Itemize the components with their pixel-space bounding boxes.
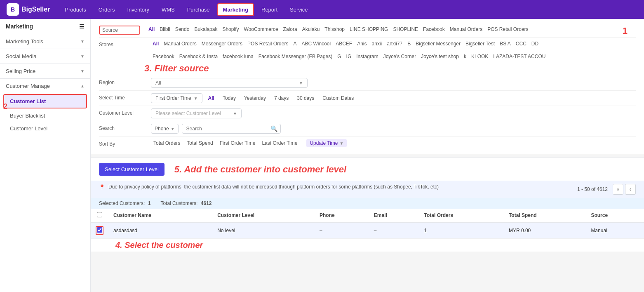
select-time-dropdown[interactable]: First Order Time ▼ (151, 93, 202, 103)
store-tag-abcef[interactable]: ABCEF (334, 40, 354, 47)
source-extra-tag-klook[interactable]: KLOOK (470, 53, 490, 60)
nav-item-marketing[interactable]: Marketing (217, 3, 254, 16)
select-customer-level-button[interactable]: Select Customer Level (99, 163, 165, 176)
sidebar-section-social-media-header[interactable]: Social Media ▼ (0, 49, 90, 64)
nav-item-service[interactable]: Service (285, 4, 313, 15)
store-tag-abc-wincool[interactable]: ABC Wincool (300, 40, 332, 47)
time-options: AllTodayYesterday7 days30 daysCustom Dat… (206, 94, 357, 102)
sort-option-last-order-time[interactable]: Last Order Time (259, 139, 300, 147)
annotation-1: 1 (623, 26, 628, 36)
social-media-label: Social Media (6, 53, 36, 59)
sidebar-item-buyer-blacklist[interactable]: Buyer Blacklist (0, 109, 90, 122)
store-tag-manual-orders[interactable]: Manual Orders (162, 40, 198, 47)
nav-item-report[interactable]: Report (256, 4, 282, 15)
time-option-30-days[interactable]: 30 days (294, 94, 317, 102)
source-tag-blibli[interactable]: Blibli (158, 26, 172, 33)
source-tag-bukalapak[interactable]: Bukalapak (193, 26, 219, 33)
store-tag-all[interactable]: All (151, 40, 160, 47)
select-all-checkbox[interactable] (97, 212, 102, 217)
sidebar-item-customer-level[interactable]: Customer Level (0, 122, 90, 135)
customer-manage-chevron: ▲ (80, 84, 85, 88)
store-tag-ccc[interactable]: CCC (514, 40, 528, 47)
sidebar-header: Marketing ☰ (0, 19, 90, 34)
nav-item-orders[interactable]: Orders (94, 4, 120, 15)
sort-update-time[interactable]: Update Time ▼ (306, 139, 347, 147)
store-tag-bigseller-test[interactable]: Bigseller Test (464, 40, 496, 47)
pagination-prev-btn[interactable]: ‹ (625, 184, 636, 195)
source-tag-thisshop[interactable]: Thisshop (323, 26, 346, 33)
annotation-2: 2 (3, 102, 7, 111)
col-phone: Phone (315, 209, 369, 222)
source-tag-facebook[interactable]: Facebook (421, 26, 447, 33)
source-tag-all[interactable]: All (147, 26, 156, 33)
store-tag-bs-a[interactable]: BS A (498, 40, 512, 47)
source-tag-woocommerce[interactable]: WooCommerce (242, 26, 280, 33)
sidebar-section-selling-price: Selling Price ▼ (0, 64, 90, 79)
source-extra-tag-g[interactable]: G (336, 53, 343, 60)
row-checkbox[interactable] (97, 227, 102, 233)
pagination-first-btn[interactable]: « (613, 184, 623, 195)
sidebar-section-customer-manage-header[interactable]: Customer Manage ▲ (0, 79, 90, 93)
time-option-all[interactable]: All (206, 94, 217, 102)
select-time-group: First Order Time ▼ AllTodayYesterday7 da… (151, 93, 356, 103)
nav-item-wms[interactable]: WMS (157, 4, 180, 15)
selling-price-chevron: ▼ (80, 69, 85, 73)
source-filter-content: AllBlibliSendoBukalapakShopifyWooCommerc… (147, 26, 636, 33)
nav-item-purchase[interactable]: Purchase (182, 4, 215, 15)
source-extra-tag-instagram[interactable]: Instagram (355, 53, 380, 60)
sidebar-section-marketing-tools-header[interactable]: Marketing Tools ▼ (0, 34, 90, 49)
source-extra-tag-facebook[interactable]: Facebook (151, 53, 176, 60)
time-option-today[interactable]: Today (220, 94, 238, 102)
region-chevron: ▼ (299, 81, 303, 85)
source-tag-zalora[interactable]: Zalora (282, 26, 299, 33)
store-tag-a[interactable]: A (291, 40, 298, 47)
source-tag-sendo[interactable]: Sendo (174, 26, 191, 33)
source-tag-shopify[interactable]: Shopify (221, 26, 240, 33)
table-cell: 1 (419, 222, 504, 239)
store-tag-anis[interactable]: Anis (355, 40, 368, 47)
store-tag-pos-retail-orders[interactable]: POS Retail Orders (246, 40, 290, 47)
source-extra-tag-facebook-&-insta[interactable]: Facebook & Insta (178, 53, 219, 60)
source-extra-tag-joyce's-corner[interactable]: Joyce's Corner (382, 53, 418, 60)
nav-item-products[interactable]: Products (60, 4, 91, 15)
filter-row-select-time: Select Time First Order Time ▼ AllTodayY… (99, 91, 636, 106)
source-tag-pos-retail-orders[interactable]: POS Retail Orders (486, 26, 530, 33)
customer-level-select[interactable]: Please select Customer Level ▼ (151, 108, 242, 118)
filter-row-stores: Stores AllManual OrdersMessenger OrdersP… (99, 38, 636, 50)
sidebar-collapse-icon[interactable]: ☰ (79, 23, 85, 30)
filter-row-sort: Sort By Total OrdersTotal SpendFirst Ord… (99, 137, 636, 150)
search-input[interactable] (182, 124, 281, 134)
sort-option-total-orders[interactable]: Total Orders (151, 139, 183, 147)
sort-label: Sort By (99, 139, 144, 147)
source-extra-tag-facebook-luna[interactable]: facebook luna (221, 53, 255, 60)
source-tag-akulaku[interactable]: Akulaku (301, 26, 322, 33)
source-tag-line-shopping[interactable]: LINE SHOPPING (348, 26, 390, 33)
source-tag-shopline[interactable]: SHOPLINE (391, 26, 420, 33)
annotation-4: 4. Select the customer (115, 240, 203, 250)
store-tag-bigseller-messenger[interactable]: Bigseller Messenger (414, 40, 462, 47)
source-extra-tag-lazada-test-accou[interactable]: LAZADA-TEST ACCOU (491, 53, 547, 60)
search-dropdown[interactable]: Phone ▼ (151, 124, 179, 134)
time-option-7-days[interactable]: 7 days (272, 94, 291, 102)
time-option-custom-dates[interactable]: Custom Dates (320, 94, 356, 102)
store-tag-messenger-orders[interactable]: Messenger Orders (200, 40, 244, 47)
store-tag-b[interactable]: B (406, 40, 412, 47)
region-select[interactable]: All ▼ (151, 78, 308, 88)
sidebar-section-selling-price-header[interactable]: Selling Price ▼ (0, 64, 90, 78)
source-extra-tag-facebook-messenger-(fb-pages)[interactable]: Facebook Messenger (FB Pages) (257, 53, 334, 60)
nav-item-inventory[interactable]: Inventory (122, 4, 154, 15)
source-extra-tag-joyce's-test-shop[interactable]: Joyce's test shop (419, 53, 461, 60)
source-extra-tag-ig[interactable]: IG (345, 53, 353, 60)
store-tag-dd[interactable]: DD (530, 40, 540, 47)
sort-option-first-order-time[interactable]: First Order Time (217, 139, 258, 147)
store-tag-anxii[interactable]: anxii (370, 40, 384, 47)
time-option-yesterday[interactable]: Yesterday (242, 94, 268, 102)
notice-bar: 📍 Due to privacy policy of platforms, th… (91, 181, 644, 198)
sort-option-total-spend[interactable]: Total Spend (184, 139, 215, 147)
source-extra-tag-k[interactable]: k (462, 53, 468, 60)
marketing-tools-chevron: ▼ (80, 39, 85, 44)
nav-items: ProductsOrdersInventoryWMSPurchaseMarket… (60, 3, 313, 16)
store-tag-anxii77[interactable]: anxii77 (385, 40, 404, 47)
sidebar-item-customer-list[interactable]: Customer List (3, 94, 87, 108)
source-tag-manual-orders[interactable]: Manual Orders (448, 26, 484, 33)
